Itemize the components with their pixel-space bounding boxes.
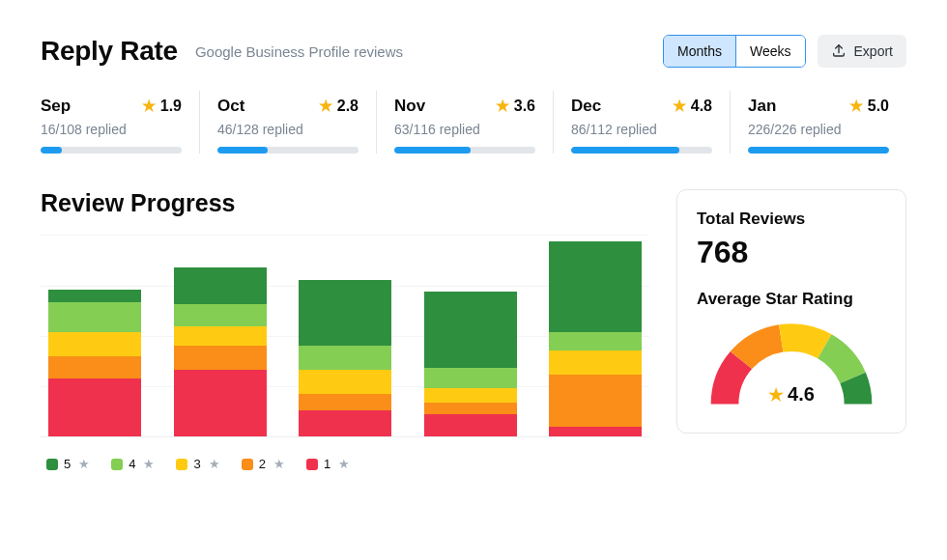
bar-seg-4star bbox=[48, 302, 141, 332]
bar-seg-2star bbox=[174, 346, 267, 370]
legend-item-4star: 4★ bbox=[111, 457, 155, 471]
header: Reply Rate Google Business Profile revie… bbox=[41, 35, 906, 68]
bar-seg-4star bbox=[424, 368, 517, 388]
legend-label: 1 bbox=[324, 457, 330, 471]
page-subtitle: Google Business Profile reviews bbox=[195, 43, 403, 60]
star-icon: ★ bbox=[273, 457, 285, 471]
star-icon: ★ bbox=[496, 98, 509, 114]
avg-rating-value: ★4.6 bbox=[700, 383, 883, 406]
page-title: Reply Rate bbox=[41, 36, 178, 67]
legend-label: 4 bbox=[129, 457, 135, 471]
legend-swatch bbox=[111, 459, 123, 470]
bar-seg-2star bbox=[48, 356, 141, 378]
month-card[interactable]: Jan★5.0226/226 replied bbox=[730, 91, 906, 154]
legend-item-1star: 1★ bbox=[306, 457, 350, 471]
bar-seg-3star bbox=[48, 332, 141, 356]
bar-seg-4star bbox=[299, 346, 391, 370]
star-icon: ★ bbox=[142, 98, 156, 114]
legend-swatch bbox=[176, 459, 187, 470]
reply-rate-bar bbox=[748, 147, 889, 154]
legend-item-5star: 5★ bbox=[46, 457, 90, 471]
legend-item-2star: 2★ bbox=[242, 457, 285, 471]
total-reviews-label: Total Reviews bbox=[697, 210, 886, 229]
rating-value: 5.0 bbox=[868, 98, 889, 115]
month-rating: ★2.8 bbox=[319, 98, 359, 115]
month-card[interactable]: Sep★1.916/108 replied bbox=[41, 91, 199, 154]
reply-rate-bar bbox=[394, 147, 535, 154]
month-rating: ★5.0 bbox=[849, 98, 889, 115]
bar-seg-5star bbox=[48, 290, 141, 301]
bar-seg-1star bbox=[299, 410, 391, 436]
summary-card: Total Reviews 768 Average Star Rating ★4… bbox=[676, 189, 906, 434]
month-card[interactable]: Dec★4.886/112 replied bbox=[553, 91, 730, 154]
month-name: Jan bbox=[748, 97, 776, 116]
bar-seg-3star bbox=[174, 326, 267, 347]
bar-sep bbox=[48, 236, 141, 436]
star-icon: ★ bbox=[849, 98, 863, 114]
star-icon: ★ bbox=[319, 98, 332, 114]
replied-count: 226/226 replied bbox=[748, 122, 889, 137]
export-button[interactable]: Export bbox=[818, 35, 906, 68]
month-name: Nov bbox=[394, 97, 425, 116]
replied-count: 86/112 replied bbox=[571, 122, 712, 137]
bar-seg-2star bbox=[549, 375, 642, 427]
review-progress-chart bbox=[41, 235, 649, 437]
bar-seg-3star bbox=[549, 350, 642, 375]
time-range-toggle: Months Weeks bbox=[663, 35, 805, 68]
month-rating: ★4.8 bbox=[673, 98, 712, 115]
bar-seg-1star bbox=[48, 378, 141, 436]
star-icon: ★ bbox=[143, 457, 155, 471]
export-label: Export bbox=[854, 43, 893, 59]
bar-oct bbox=[174, 236, 267, 436]
avg-rating-label: Average Star Rating bbox=[697, 290, 886, 309]
legend-label: 3 bbox=[193, 457, 200, 471]
star-icon: ★ bbox=[78, 457, 90, 471]
replied-count: 63/116 replied bbox=[394, 122, 535, 137]
review-progress-section: Review Progress 5★4★3★2★1★ bbox=[41, 189, 649, 471]
bar-seg-3star bbox=[299, 370, 391, 394]
bar-seg-1star bbox=[424, 414, 517, 436]
month-rating: ★3.6 bbox=[496, 98, 535, 115]
legend-label: 2 bbox=[259, 457, 266, 471]
bar-seg-5star bbox=[549, 241, 642, 332]
total-reviews-value: 768 bbox=[697, 235, 886, 270]
toggle-weeks[interactable]: Weeks bbox=[735, 36, 805, 67]
bar-seg-5star bbox=[424, 292, 517, 368]
bar-seg-5star bbox=[299, 280, 391, 347]
month-card[interactable]: Oct★2.846/128 replied bbox=[199, 91, 376, 154]
chart-legend: 5★4★3★2★1★ bbox=[41, 457, 649, 471]
bar-seg-1star bbox=[549, 427, 642, 436]
bar-seg-4star bbox=[174, 304, 267, 326]
review-progress-title: Review Progress bbox=[41, 189, 649, 217]
legend-item-3star: 3★ bbox=[176, 457, 219, 471]
rating-value: 4.8 bbox=[691, 98, 712, 115]
month-name: Sep bbox=[41, 97, 71, 116]
month-name: Oct bbox=[217, 97, 244, 116]
legend-label: 5 bbox=[64, 457, 71, 471]
month-name: Dec bbox=[571, 97, 601, 116]
export-icon bbox=[831, 42, 847, 61]
reply-rate-bar bbox=[41, 147, 182, 154]
bar-nov bbox=[299, 236, 391, 436]
toggle-months[interactable]: Months bbox=[664, 36, 735, 67]
star-icon: ★ bbox=[768, 385, 784, 405]
star-icon: ★ bbox=[209, 457, 220, 471]
bar-seg-3star bbox=[424, 388, 517, 403]
avg-rating-gauge: ★4.6 bbox=[700, 315, 883, 411]
months-strip: Sep★1.916/108 repliedOct★2.846/128 repli… bbox=[41, 91, 906, 154]
reply-rate-bar bbox=[571, 147, 712, 154]
star-icon: ★ bbox=[338, 457, 350, 471]
replied-count: 46/128 replied bbox=[217, 122, 359, 137]
legend-swatch bbox=[46, 459, 58, 470]
bar-seg-2star bbox=[299, 394, 391, 410]
month-rating: ★1.9 bbox=[142, 98, 182, 115]
bar-dec bbox=[424, 236, 517, 436]
bar-jan bbox=[549, 236, 642, 436]
legend-swatch bbox=[306, 459, 318, 470]
star-icon: ★ bbox=[673, 98, 686, 114]
month-card[interactable]: Nov★3.663/116 replied bbox=[376, 91, 553, 154]
legend-swatch bbox=[242, 459, 253, 470]
rating-value: 2.8 bbox=[337, 98, 359, 115]
bar-seg-1star bbox=[174, 370, 267, 436]
reply-rate-bar bbox=[217, 147, 359, 154]
